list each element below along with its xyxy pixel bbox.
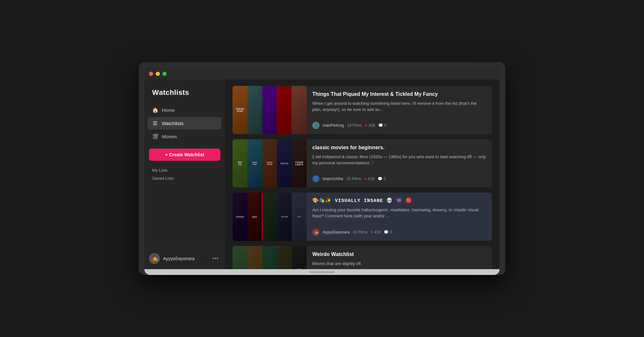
sidebar-my-lists[interactable]: My Lists — [152, 168, 217, 173]
sidebar-item-movies-label: Movies — [162, 134, 177, 139]
watchlist-card-2[interactable]: WIZOZ MARYPOP HITCHCOCK PSYCH CASABLANCA… — [233, 139, 492, 187]
poster-3-4: HOUSE — [277, 193, 292, 241]
minimize-button[interactable] — [156, 72, 160, 76]
card-1-images: DREAMSCEN — [233, 86, 307, 134]
poster-4-5: FOXFUR — [292, 246, 307, 269]
card-3-title: 🎨🎭✨ VISUALLY INSANE 💀 👾 🔴 — [312, 198, 486, 204]
card-1-desc: When I get around to watching something … — [312, 100, 486, 113]
poster-1-4 — [277, 86, 291, 134]
card-3-meta: 🧑‍🎤 AyyyaSayonara 20 Films ♥ 418 💬 0 — [312, 229, 486, 236]
laptop-notch — [309, 271, 335, 273]
movies-icon: 🎬 — [152, 133, 158, 140]
laptop-frame: Watchlists 🏠 Home ☰ Watchlists 🎬 Movies — [139, 62, 505, 275]
create-watchlist-label: + Create Watchlist — [165, 152, 204, 157]
card-2-likes: ♥ 418 — [364, 177, 374, 181]
laptop-screen: Watchlists 🏠 Home ☰ Watchlists 🎬 Movies — [144, 68, 500, 269]
poster-4-1: MIND — [233, 246, 247, 269]
card-4-images: MIND FOXFUR — [233, 246, 307, 269]
card-3-comments: 💬 0 — [384, 230, 392, 234]
title-bar — [144, 68, 500, 79]
sidebar-item-home-label: Home — [162, 107, 175, 113]
watchlists-icon: ☰ — [152, 120, 158, 126]
watchlist-card-3[interactable]: SPIDER SUS HOUSE 2001 🎨🎭✨ VISUALLY INSAN… — [233, 193, 492, 241]
card-2-comments: 💬 0 — [378, 177, 386, 181]
card-1-info: Things That Piqued My Interest & Tickled… — [307, 86, 492, 134]
sidebar: Watchlists 🏠 Home ☰ Watchlists 🎬 Movies — [144, 79, 225, 269]
card-3-author: AyyyaSayonara — [323, 230, 350, 234]
sidebar-saved-lists[interactable]: Saved Lists — [152, 176, 217, 181]
card-2-info: classic movies for beginners. ξ old holl… — [307, 139, 492, 187]
poster-2-1: WIZOZ — [233, 139, 247, 187]
card-1-films: 19 Films — [347, 123, 362, 128]
poster-3-3 — [262, 193, 277, 241]
poster-4-4 — [277, 246, 292, 269]
card-3-films: 20 Films — [353, 230, 367, 234]
card-1-author-avatar: 👤 — [312, 122, 319, 129]
sidebar-item-watchlists-label: Watchlists — [162, 121, 184, 126]
card-3-desc: Am I missing your favorite hallucinogeni… — [312, 207, 486, 219]
poster-3-1: SPIDER — [233, 193, 247, 241]
poster-1-5 — [291, 86, 307, 134]
sidebar-item-watchlists[interactable]: ☰ Watchlists — [148, 117, 222, 130]
app-container: Watchlists 🏠 Home ☰ Watchlists 🎬 Movies — [144, 79, 500, 269]
home-icon: 🏠 — [152, 107, 158, 113]
card-3-author-avatar: 🧑‍🎤 — [312, 229, 319, 236]
card-2-desc: ξ old hollywood & classic films (1920s —… — [312, 154, 486, 166]
sidebar-item-home[interactable]: 🏠 Home — [148, 104, 222, 116]
poster-1-2 — [247, 86, 262, 134]
card-2-author: brianUchiha — [323, 177, 343, 181]
user-options-button[interactable]: ••• — [210, 254, 220, 263]
app-title: Watchlists — [144, 79, 225, 104]
laptop-bottom — [144, 269, 500, 275]
poster-2-4: PSYCH — [277, 139, 292, 187]
poster-2-5: CASABLANCA — [292, 139, 307, 187]
poster-3-2: SUS — [247, 193, 263, 241]
card-1-author: HabiPieKing — [323, 123, 344, 128]
card-3-likes: ♥ 418 — [371, 230, 381, 234]
create-watchlist-button[interactable]: + Create Watchlist — [149, 149, 220, 161]
card-4-desc: Movies that are slightly off. — [312, 260, 486, 267]
poster-1-3 — [262, 86, 277, 134]
close-button[interactable] — [149, 72, 153, 76]
app-title-w: W — [152, 88, 159, 96]
heart-icon-3: ♥ — [371, 230, 373, 234]
card-2-meta: 👤 brianUchiha 20 Films ♥ 418 💬 0 — [312, 175, 486, 182]
poster-4-3 — [262, 246, 277, 269]
card-1-title: Things That Piqued My Interest & Tickled… — [312, 91, 486, 98]
watchlist-card-1[interactable]: DREAMSCEN Things That Piqued My Interest… — [233, 86, 492, 134]
card-3-images: SPIDER SUS HOUSE 2001 — [233, 193, 307, 241]
sidebar-section-lists: My Lists Saved Lists — [144, 168, 225, 181]
card-4-info: Weirdo Watchlist Movies that are slightl… — [307, 246, 492, 269]
card-2-films: 20 Films — [346, 177, 361, 181]
sidebar-footer: 🧑‍🎤 AyyyaSayonara ••• — [144, 248, 225, 269]
card-3-info: 🎨🎭✨ VISUALLY INSANE 💀 👾 🔴 Am I missing y… — [307, 193, 492, 241]
card-2-author-avatar: 👤 — [312, 175, 319, 182]
comment-icon-3: 💬 — [384, 230, 389, 234]
sidebar-item-movies[interactable]: 🎬 Movies — [148, 130, 222, 143]
sidebar-nav: 🏠 Home ☰ Watchlists 🎬 Movies — [144, 104, 225, 143]
heart-icon-2: ♥ — [364, 177, 366, 181]
watchlist-card-4[interactable]: MIND FOXFUR Weirdo Watchlist Movies that… — [233, 246, 492, 269]
card-1-meta: 👤 HabiPieKing 19 Films ♥ 418 💬 0 — [312, 122, 486, 129]
poster-1-1: DREAMSCEN — [233, 86, 247, 134]
heart-icon-1: ♥ — [365, 123, 367, 128]
poster-2-3: HITCHCOCK — [262, 139, 277, 187]
card-1-comments: 💬 0 — [378, 123, 387, 128]
main-content: DREAMSCEN Things That Piqued My Interest… — [225, 79, 500, 269]
user-avatar[interactable]: 🧑‍🎤 — [149, 253, 160, 264]
card-2-title: classic movies for beginners. — [312, 144, 486, 151]
maximize-button[interactable] — [162, 72, 167, 76]
card-1-likes: ♥ 418 — [365, 123, 375, 128]
poster-2-2: MARYPOP — [247, 139, 262, 187]
footer-username: AyyyaSayonara — [163, 256, 207, 261]
poster-3-5: 2001 — [292, 193, 307, 241]
comment-icon-2: 💬 — [378, 177, 382, 181]
comment-icon-1: 💬 — [378, 123, 383, 128]
card-4-title: Weirdo Watchlist — [312, 251, 486, 258]
card-2-images: WIZOZ MARYPOP HITCHCOCK PSYCH CASABLANCA — [233, 139, 307, 187]
app-title-rest: atchlists — [159, 88, 189, 96]
poster-4-2 — [247, 246, 262, 269]
